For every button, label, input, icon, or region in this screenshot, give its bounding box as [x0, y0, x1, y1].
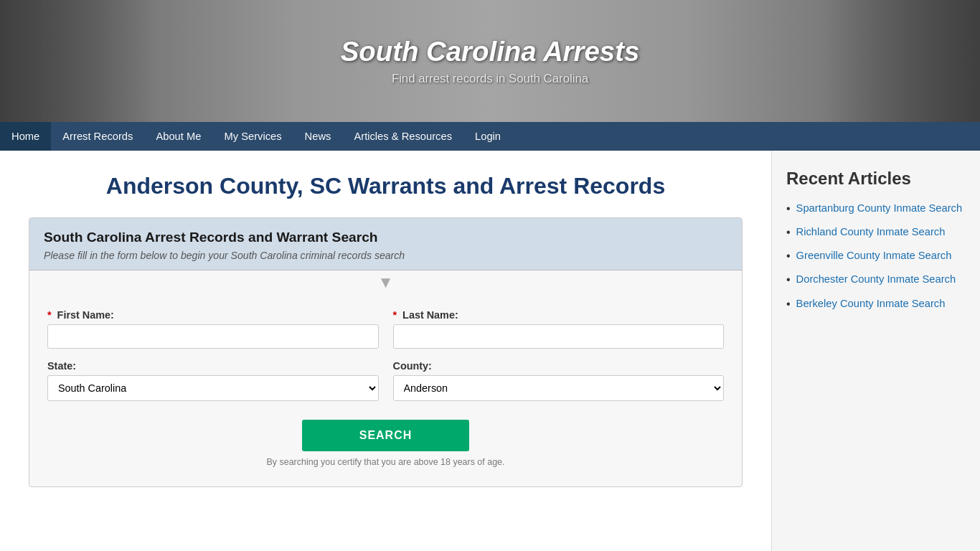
list-item: Spartanburg County Inmate Search — [786, 202, 966, 215]
hero-section: South Carolina Arrests Find arrest recor… — [0, 0, 980, 122]
search-button[interactable]: SEARCH — [302, 420, 470, 451]
first-name-input[interactable] — [47, 324, 379, 349]
form-header-title: South Carolina Arrest Records and Warran… — [44, 230, 727, 245]
required-star-last: * — [393, 309, 397, 321]
recent-articles-list: Spartanburg County Inmate Search Richlan… — [786, 202, 966, 311]
article-link-greenville[interactable]: Greenville County Inmate Search — [796, 249, 952, 263]
sidebar: Recent Articles Spartanburg County Inmat… — [772, 151, 980, 551]
nav-my-services[interactable]: My Services — [212, 122, 293, 151]
main-nav: Home Arrest Records About Me My Services… — [0, 122, 980, 151]
search-btn-wrap: SEARCH — [47, 413, 724, 457]
site-subtitle: Find arrest records in South Carolina — [341, 72, 640, 86]
article-link-richland[interactable]: Richland County Inmate Search — [796, 225, 946, 239]
nav-login[interactable]: Login — [463, 122, 512, 151]
nav-about-me[interactable]: About Me — [144, 122, 212, 151]
county-group: County: Anderson Abbeville Aiken Allenda… — [393, 360, 725, 401]
search-form-box: South Carolina Arrest Records and Warran… — [29, 217, 743, 487]
state-group: State: South Carolina Alabama Alaska Ari… — [47, 360, 379, 401]
form-header: South Carolina Arrest Records and Warran… — [29, 218, 742, 270]
county-select[interactable]: Anderson Abbeville Aiken Allendale Bambe… — [393, 375, 725, 401]
first-name-label: * First Name: — [47, 309, 379, 321]
state-select[interactable]: South Carolina Alabama Alaska Arizona Ar… — [47, 375, 379, 401]
sidebar-title: Recent Articles — [786, 169, 966, 189]
county-label: County: — [393, 360, 725, 372]
hero-hands-right — [822, 0, 980, 122]
nav-articles-resources[interactable]: Articles & Resources — [342, 122, 463, 151]
form-arrow: ▼ — [29, 270, 742, 295]
last-name-label: * Last Name: — [393, 309, 725, 321]
article-link-berkeley[interactable]: Berkeley County Inmate Search — [796, 297, 946, 311]
article-link-spartanburg[interactable]: Spartanburg County Inmate Search — [796, 202, 963, 215]
nav-home[interactable]: Home — [0, 122, 51, 151]
list-item: Dorchester County Inmate Search — [786, 273, 966, 286]
nav-news[interactable]: News — [293, 122, 343, 151]
required-star-first: * — [47, 309, 52, 321]
state-label: State: — [47, 360, 379, 372]
article-link-dorchester[interactable]: Dorchester County Inmate Search — [796, 273, 956, 286]
name-row: * First Name: * Last Name: — [47, 309, 724, 349]
main-content: Anderson County, SC Warrants and Arrest … — [0, 151, 772, 551]
state-county-row: State: South Carolina Alabama Alaska Ari… — [47, 360, 724, 401]
list-item: Richland County Inmate Search — [786, 225, 966, 239]
last-name-group: * Last Name: — [393, 309, 725, 349]
site-title: South Carolina Arrests — [341, 36, 640, 67]
list-item: Greenville County Inmate Search — [786, 249, 966, 263]
hero-content: South Carolina Arrests Find arrest recor… — [341, 36, 640, 86]
hero-hands-left — [0, 0, 158, 122]
form-fields: * First Name: * Last Name: — [29, 295, 742, 486]
page-layout: Anderson County, SC Warrants and Arrest … — [0, 151, 980, 551]
page-title: Anderson County, SC Warrants and Arrest … — [29, 172, 743, 199]
form-header-sub: Please fill in the form below to begin y… — [44, 250, 727, 261]
last-name-input[interactable] — [393, 324, 725, 349]
nav-arrest-records[interactable]: Arrest Records — [51, 122, 144, 151]
list-item: Berkeley County Inmate Search — [786, 297, 966, 311]
form-footer-note: By searching you certify that you are ab… — [47, 457, 724, 476]
first-name-group: * First Name: — [47, 309, 379, 349]
